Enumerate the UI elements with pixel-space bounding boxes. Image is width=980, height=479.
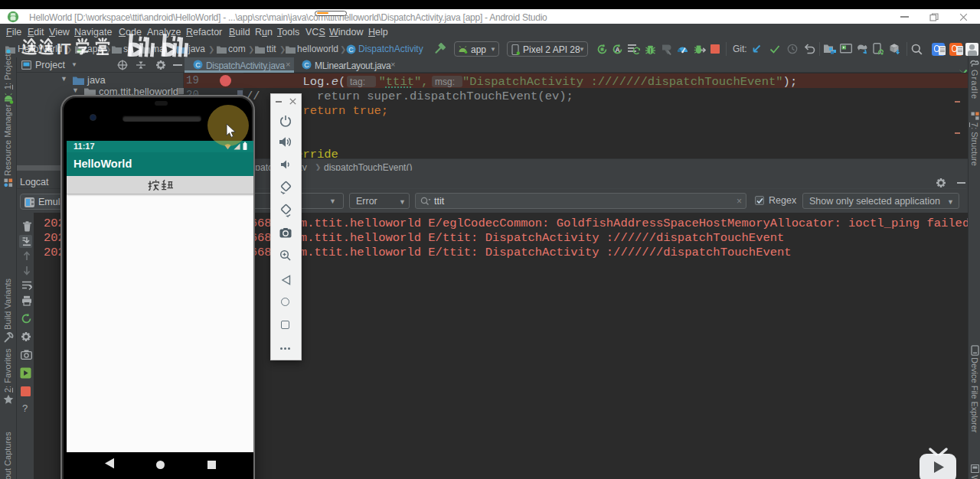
svg-text:C: C [304, 61, 309, 69]
svg-text:C: C [348, 45, 354, 53]
svg-text:C: C [195, 61, 201, 69]
svg-text:IT: IT [57, 40, 71, 57]
svg-text:A: A [615, 46, 619, 54]
